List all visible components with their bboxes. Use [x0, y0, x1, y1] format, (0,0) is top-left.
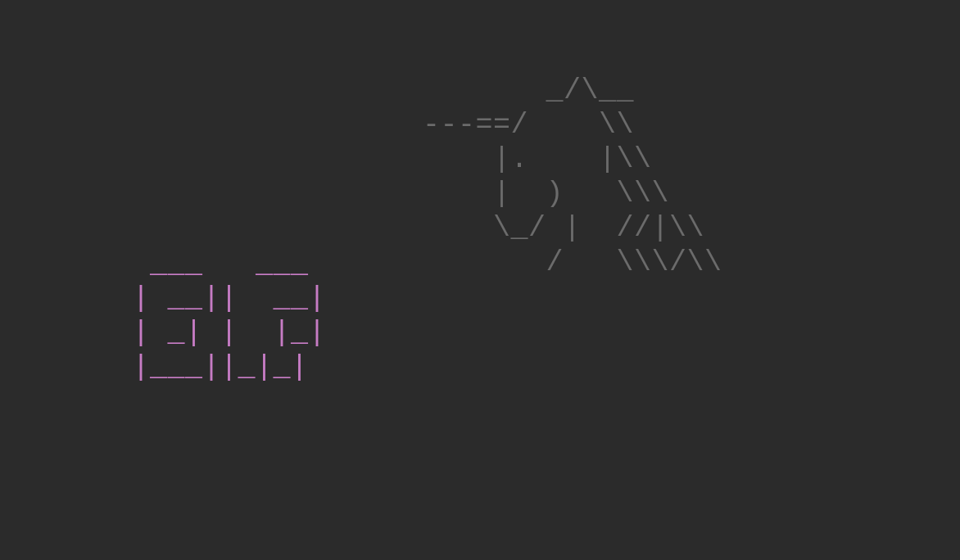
ascii-digits: ___ ___ | __|| __| | _| | |_| |___||_|_|: [115, 247, 326, 385]
ascii-rocket: _/\__ ---==/ \\ |. |\\ | ) \\\ \_/ | //|…: [352, 74, 722, 280]
